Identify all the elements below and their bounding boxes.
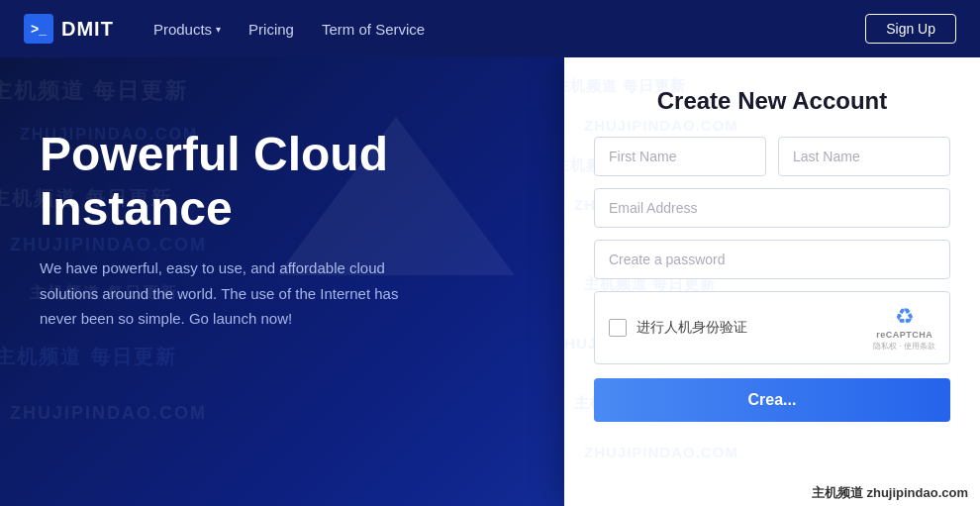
navbar: >_ DMIT Products ▾ Pricing Term of Servi… xyxy=(0,0,980,57)
mwm8: ZHUJIPINDAO.COM xyxy=(584,444,738,460)
captcha-box[interactable]: 进行人机身份验证 ♻ reCAPTCHA 隐私权 · 使用条款 xyxy=(594,291,950,364)
name-row xyxy=(594,137,950,176)
nav-links: Products ▾ Pricing Term of Service xyxy=(153,21,865,38)
logo[interactable]: >_ DMIT xyxy=(24,14,114,44)
modal-title: Create New Account xyxy=(594,87,950,115)
chevron-down-icon: ▾ xyxy=(216,24,221,35)
logo-text: DMIT xyxy=(61,18,114,41)
triangle-decoration xyxy=(277,117,515,275)
signup-modal: 主机频道 每日更新 ZHUJIPINDAO.COM 主机频道 每日更新 ZHUJ… xyxy=(564,57,980,506)
captcha-checkbox[interactable] xyxy=(609,319,627,337)
nav-pricing[interactable]: Pricing xyxy=(248,21,294,38)
mwm2: ZHUJIPINDAO.COM xyxy=(584,117,738,134)
recaptcha-logo: ♻ reCAPTCHA 隐私权 · 使用条款 xyxy=(873,304,935,352)
nav-tos[interactable]: Term of Service xyxy=(322,21,425,38)
bottom-watermark: 主机频道 zhujipindao.com xyxy=(800,480,980,506)
logo-icon: >_ xyxy=(24,14,53,44)
nav-products[interactable]: Products ▾ xyxy=(153,21,221,38)
create-account-button[interactable]: Crea... xyxy=(594,378,950,422)
recaptcha-sub: 隐私权 · 使用条款 xyxy=(873,341,935,352)
recaptcha-icon: ♻ xyxy=(895,304,915,330)
wm7: ZHUJIPINDAO.COM xyxy=(10,394,207,434)
password-row xyxy=(594,240,950,279)
recaptcha-text: reCAPTCHA xyxy=(876,330,932,340)
signup-button[interactable]: Sign Up xyxy=(865,14,956,44)
last-name-input[interactable] xyxy=(778,137,950,176)
wm6: 主机频道 每日更新 xyxy=(0,335,177,378)
captcha-left: 进行人机身份验证 xyxy=(609,319,747,337)
password-input[interactable] xyxy=(594,240,950,279)
hero-section: 主机频道 每日更新 ZHUJIPINDAO.COM 主机频道 每日更新 ZHUJ… xyxy=(0,57,980,506)
modal-watermark: 主机频道 每日更新 ZHUJIPINDAO.COM 主机频道 每日更新 ZHUJ… xyxy=(564,57,980,506)
captcha-label: 进行人机身份验证 xyxy=(637,319,747,337)
first-name-input[interactable] xyxy=(594,137,766,176)
email-row xyxy=(594,188,950,228)
email-input[interactable] xyxy=(594,188,950,228)
